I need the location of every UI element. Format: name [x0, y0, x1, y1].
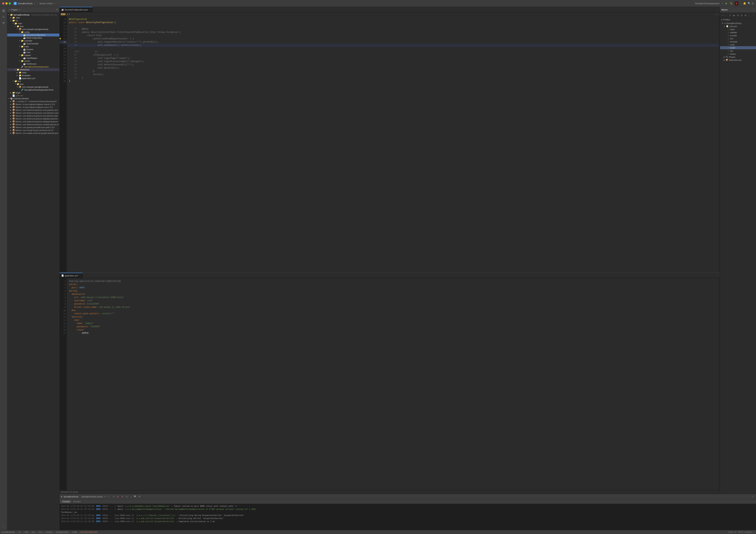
- maven-add-btn[interactable]: +: [721, 13, 725, 17]
- tree-item-target[interactable]: ▶ 📁 target: [7, 91, 59, 94]
- tree-item-static[interactable]: ▶ 📁 static: [7, 71, 59, 74]
- maven-verify[interactable]: ▶ ▷ verify: [720, 43, 756, 46]
- status-encoding[interactable]: UTF-8: [738, 531, 743, 533]
- tree-item-jsonpath[interactable]: ▶ 📦 Maven: com.jayway.jsonpath:json-path…: [7, 126, 59, 129]
- tree-item-src[interactable]: ▼ 📁 src: [7, 19, 59, 22]
- tree-item-testrunner[interactable]: ▶ ☕ TestRunner: [7, 63, 59, 65]
- status-project[interactable]: SpringBootStudy: [1, 531, 15, 533]
- tree-item-jackson-dt1[interactable]: ▶ 📦 Maven: com.fasterxml.jackson.datatyp…: [7, 117, 59, 120]
- tree-item-logback1[interactable]: ▶ 📦 Maven: ch.qos.logback:logback-classi…: [7, 103, 59, 106]
- maven-refresh-btn[interactable]: ↻: [729, 13, 732, 17]
- run-button[interactable]: ▶: [724, 1, 728, 5]
- sidebar-icon-search[interactable]: [1, 14, 6, 19]
- tree-item-testcontroller[interactable]: ▶ ☕ TestController: [7, 42, 59, 45]
- maven-settings-btn[interactable]: ⚙: [736, 13, 740, 17]
- tree-item-testjava[interactable]: ▼ 📁 java: [7, 83, 59, 86]
- debug-button[interactable]: 🐛: [729, 1, 733, 5]
- maven-dependencies-header[interactable]: ▶ 📦 Dependencies: [720, 59, 756, 62]
- tree-item-vaadin[interactable]: ▶ 📦 Maven: com.vaadin.external.google:an…: [7, 132, 59, 135]
- run-expand-btn[interactable]: ⤢: [751, 495, 755, 499]
- maven-project-item[interactable]: ▼ m SpringBootStudy: [720, 22, 756, 25]
- sidebar-icon-project[interactable]: [1, 8, 6, 13]
- tree-item-entity[interactable]: ▼ 📁 entity: [7, 45, 59, 48]
- maven-test[interactable]: ▶ ▷ test: [720, 37, 756, 40]
- maven-install[interactable]: ▶ ▷ install: [720, 46, 756, 49]
- run-left-icon[interactable]: ▶: [61, 496, 63, 498]
- maven-expand-btn[interactable]: ⊞: [744, 13, 747, 17]
- run-tab-label[interactable]: SpringBootStudy: [64, 496, 78, 498]
- tree-item-com[interactable]: ▼ 📦 com.example.springbootstudy: [7, 28, 59, 31]
- tree-item-jackson-data[interactable]: ▶ 📦 Maven: com.fasterxml.jackson.core:ja…: [7, 114, 59, 117]
- maven-clean[interactable]: ▶ ▷ clean: [720, 28, 756, 31]
- maven-collapse-btn[interactable]: ⊟: [740, 13, 743, 17]
- tree-item-controller[interactable]: ▼ 📁 controller: [7, 39, 59, 42]
- minimize-button[interactable]: [5, 2, 8, 5]
- tree-item-templates[interactable]: ▶ 📁 templates: [7, 74, 59, 77]
- maximize-button[interactable]: [9, 2, 11, 5]
- console-input[interactable]: [62, 524, 755, 526]
- tree-item-mainapp[interactable]: ▶ 🚀 SpringBootStudyApplication: [7, 65, 59, 68]
- status-breadcrumb[interactable]: src: [18, 531, 21, 533]
- console-output[interactable]: 2024-06-11T16:05:26.752-05:00 INFO 40835…: [60, 504, 756, 530]
- tree-item-jackson-ann[interactable]: ▶ 📦 Maven: com.fasterxml.jackson.core:ja…: [7, 109, 59, 112]
- tree-item-web-config[interactable]: ▶ ☕ WebConfiguration: [7, 37, 59, 39]
- run-config-display[interactable]: SpringBootStudyApplication: [694, 2, 721, 5]
- project-panel-title[interactable]: Project: [12, 9, 17, 11]
- tree-item-java[interactable]: ▼ 📁 java: [7, 25, 59, 28]
- tree-item-user[interactable]: ▶ ☕ User: [7, 51, 59, 54]
- run-clean-label[interactable]: SpringBootStudy [clean]: [81, 496, 103, 498]
- tab-appyml[interactable]: 📄 application.yml ✕: [60, 273, 83, 278]
- run-restart-btn[interactable]: ↺: [112, 495, 116, 499]
- tree-item-resources[interactable]: ▼ 📁 resources: [7, 68, 59, 71]
- tree-item-pom[interactable]: ▶ 📄 pom.xml: [7, 94, 59, 97]
- run-scroll-btn[interactable]: ↕: [129, 495, 133, 499]
- maven-more-btn[interactable]: ⋮: [751, 13, 755, 17]
- maven-plugins-header[interactable]: ▶ 🔌 Plugins: [720, 55, 756, 59]
- run-search-btn[interactable]: 🔍: [133, 495, 137, 499]
- maven-lifecycle-header[interactable]: ▼ 📋 Lifecycle: [720, 25, 756, 28]
- tree-item-appyml[interactable]: ▶ 📄 application.yml: [7, 77, 59, 80]
- maven-compile[interactable]: ▶ ▷ compile: [720, 34, 756, 37]
- maven-package[interactable]: ▶ ▷ package: [720, 40, 756, 43]
- maven-remove-btn[interactable]: -: [725, 13, 728, 17]
- sidebar-icon-more[interactable]: ···: [1, 523, 6, 529]
- pane-more-icon[interactable]: ⋮: [717, 8, 719, 11]
- run-filter-btn[interactable]: ⊡: [124, 495, 128, 499]
- status-line-ending[interactable]: LF: [734, 531, 737, 533]
- maven-validate[interactable]: ▶ ▷ validate: [720, 31, 756, 34]
- stop-button[interactable]: ■: [735, 1, 739, 5]
- tree-item-logback2[interactable]: ▶ 📦 Maven: ch.qos.logback:logback-core:1…: [7, 106, 59, 109]
- maven-download-btn[interactable]: ↓: [747, 13, 751, 17]
- tree-item-jackson-mod[interactable]: ▶ 📦 Maven: com.fasterxml.jackson.module:…: [7, 123, 59, 126]
- tree-item-config[interactable]: ▼ 📁 config: [7, 31, 59, 34]
- settings-button[interactable]: ⚙: [752, 2, 754, 5]
- tree-item-usermapper[interactable]: ▶ ☕ UserMapper: [7, 57, 59, 60]
- code-body-top[interactable]: @Configuration public class SecurityConf…: [67, 16, 719, 272]
- status-indent[interactable]: 4 spaces: [744, 531, 752, 533]
- maven-close-icon[interactable]: ✕: [753, 9, 755, 11]
- maven-profiles-header[interactable]: ▶ Profiles: [720, 18, 756, 21]
- run-close-btn[interactable]: ✕: [108, 496, 109, 497]
- tree-item-runner[interactable]: ▼ 📁 runner: [7, 60, 59, 63]
- tree-item-mapper[interactable]: ▼ 📁 mapper: [7, 54, 59, 57]
- tree-item-springbootstudy[interactable]: ▼ 📁 SpringBootStudy ~/Desktop/CS/JavaEE/…: [7, 13, 59, 16]
- maven-site[interactable]: ▶ ▷ site: [720, 49, 756, 52]
- sidebar-icon-git[interactable]: [1, 21, 6, 26]
- run-settings-btn[interactable]: ⚙: [138, 495, 142, 499]
- tree-item-mysql[interactable]: ▶ 📦 Maven: com.mysql:mysql-connector-j:8…: [7, 129, 59, 132]
- tab-close-appyml[interactable]: ✕: [79, 275, 81, 277]
- run-pause-btn[interactable]: ⏸: [120, 495, 124, 499]
- tree-item-jackson-core[interactable]: ▶ 📦 Maven: com.fasterxml.jackson.core:ja…: [7, 112, 59, 114]
- tree-item-idea[interactable]: ▶ 📁 .idea: [7, 16, 59, 19]
- status-file[interactable]: SecurityConfiguration: [80, 531, 98, 533]
- status-line-col[interactable]: 16:54: [728, 531, 733, 533]
- tree-item-jackson-dt2[interactable]: ▶ 📦 Maven: com.fasterxml.jackson.datatyp…: [7, 120, 59, 123]
- notifications-button[interactable]: 🔔: [742, 1, 746, 5]
- tree-item-security-config[interactable]: ▶ ☕ SecurityConfiguration: [7, 34, 59, 37]
- tab-close-security[interactable]: ✕: [89, 9, 91, 11]
- maven-deploy[interactable]: ▶ ▷ deploy: [720, 52, 756, 55]
- maven-run-btn[interactable]: ▶: [732, 13, 736, 17]
- tab-security-config[interactable]: ☕ SecurityConfiguration.java ✕: [60, 7, 93, 12]
- status-expand-icon[interactable]: ⤢: [753, 531, 755, 533]
- project-settings-icon[interactable]: ⚙: [56, 9, 58, 11]
